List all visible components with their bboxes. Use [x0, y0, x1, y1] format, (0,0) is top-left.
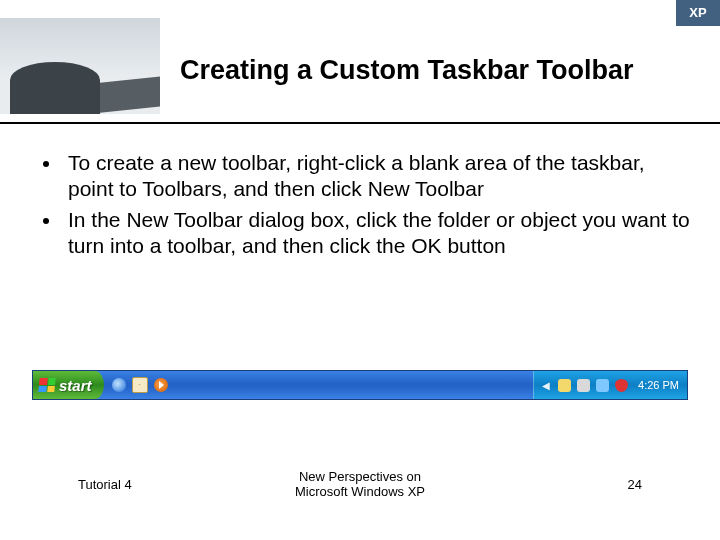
tray-expand-icon[interactable]: ◀: [542, 380, 552, 391]
bullet-list: To create a new toolbar, right-click a b…: [32, 150, 690, 259]
slide-footer: Tutorial 4 New Perspectives on Microsoft…: [0, 469, 720, 500]
mail-icon[interactable]: [132, 377, 148, 393]
xp-corner-tab: XP: [676, 0, 720, 26]
taskbar-screenshot: start ◀ 4:26 PM: [32, 370, 688, 400]
ie-icon[interactable]: [112, 378, 126, 392]
clock[interactable]: 4:26 PM: [634, 379, 679, 391]
slide-header: XP Creating a Custom Taskbar Toolbar: [0, 0, 720, 120]
slide-title: Creating a Custom Taskbar Toolbar: [180, 55, 700, 86]
media-player-icon[interactable]: [154, 378, 168, 392]
slide-body: To create a new toolbar, right-click a b…: [32, 150, 690, 263]
system-tray: ◀ 4:26 PM: [533, 371, 687, 399]
header-divider: [0, 122, 720, 124]
windows-logo-icon: [38, 378, 55, 392]
footer-center-line1: New Perspectives on: [299, 469, 421, 484]
start-label: start: [59, 377, 92, 394]
footer-center-line2: Microsoft Windows XP: [295, 484, 425, 499]
security-shield-icon[interactable]: [615, 379, 628, 392]
footer-page-number: 24: [628, 477, 642, 492]
taskbar-spacer: [176, 371, 534, 399]
building-cylinder-shape: [10, 62, 100, 114]
footer-left: Tutorial 4: [78, 477, 132, 492]
volume-icon[interactable]: [577, 379, 590, 392]
quick-launch-area: [104, 371, 176, 399]
messenger-icon[interactable]: [558, 379, 571, 392]
bullet-item: To create a new toolbar, right-click a b…: [62, 150, 690, 203]
header-photo: [0, 18, 160, 114]
bullet-item: In the New Toolbar dialog box, click the…: [62, 207, 690, 260]
start-button[interactable]: start: [33, 371, 104, 399]
network-icon[interactable]: [596, 379, 609, 392]
